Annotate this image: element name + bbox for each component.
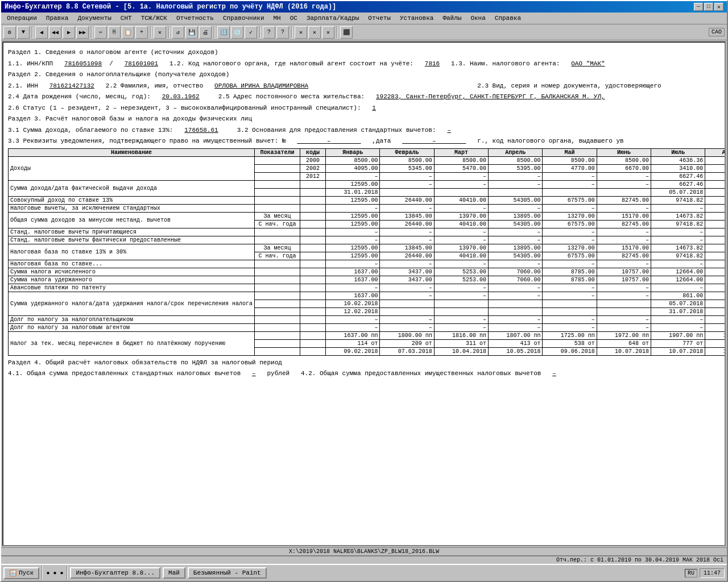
menu-spravochniki[interactable]: Справочники bbox=[220, 14, 268, 23]
section2-title: Раздел 2. Сведения о налогоплательщике (… bbox=[8, 70, 720, 80]
section2b-birth: 2.4 Дата рождения (число, месяц, год): 2… bbox=[8, 92, 720, 102]
toolbar-sep-4 bbox=[168, 27, 169, 38]
toolbar-btn-cut[interactable]: ✂ bbox=[94, 26, 107, 39]
app-may-button[interactable]: Май bbox=[163, 567, 185, 579]
toolbar-btn-save[interactable]: 💾 bbox=[185, 26, 198, 39]
col-name: Наименование bbox=[9, 148, 255, 156]
menu-okna[interactable]: Окна bbox=[467, 14, 489, 23]
report-period: Отч.пер.: с 01.01.2019 по 30.04.2019 МАК… bbox=[556, 557, 723, 563]
app-infobuh-label: Инфо-Бухгалтер 8.8... bbox=[76, 569, 155, 576]
col-jun: Июнь bbox=[597, 148, 651, 156]
toolbar-btn-copy[interactable]: ⎘ bbox=[108, 26, 121, 39]
toolbar-sep-6 bbox=[259, 27, 260, 38]
toolbar-btn-floppy[interactable]: 💿 bbox=[231, 26, 243, 39]
app-may-label: Май bbox=[168, 569, 180, 576]
section1-inn: 1.1. ИНН/КПП 7816051098 / 781601001 1.2.… bbox=[8, 59, 720, 69]
menu-files[interactable]: Файлы bbox=[439, 14, 465, 23]
toolbar-sep-2 bbox=[91, 27, 92, 38]
menu-pravka[interactable]: Правка bbox=[43, 14, 72, 23]
lang-indicator: RU bbox=[685, 569, 697, 577]
table-row: Налоговые вычеты, за исключением стандар… bbox=[9, 204, 726, 212]
table-row: Долг по налогу за налоговым агентом ––––… bbox=[9, 323, 726, 331]
start-label: Пуск bbox=[19, 569, 34, 576]
app-paint-label: Безымянный - Paint bbox=[193, 569, 261, 576]
filepath-bar: X:\2019\2018 NALREG\BLANKS\ZP_BLW18_2016… bbox=[1, 547, 727, 556]
cao-label: CAO bbox=[709, 28, 725, 36]
menu-otchety[interactable]: Отчеты bbox=[365, 14, 394, 23]
menu-tszhjsk[interactable]: ТСЖ/ЖСК bbox=[138, 14, 171, 23]
table-row: Авансовые платежи по патенту ––––––––– bbox=[9, 284, 726, 292]
toolbar-btn-6[interactable]: ▶▶ bbox=[76, 26, 89, 39]
table-row: Доходы 2000 8500.008500.008500.008500.00… bbox=[9, 156, 726, 164]
taskbar: 🪟 Пуск ● ● ● Инфо-Бухгалтер 8.8... Май Б… bbox=[1, 564, 727, 581]
menu-snt[interactable]: СНТ bbox=[117, 14, 135, 23]
section1-title: Раздел 1. Сведения о налоговом агенте (и… bbox=[8, 48, 720, 57]
section4-title: Раздел 4. Общий расчёт налоговых обязате… bbox=[8, 358, 720, 368]
col-mar: Март bbox=[434, 148, 488, 156]
toolbar-btn-3[interactable]: ◀ bbox=[35, 26, 48, 39]
table-row: Сумма налога удержанного 1637.003437.005… bbox=[9, 276, 726, 284]
minimize-button[interactable]: ─ bbox=[694, 3, 703, 11]
taskbar-right: RU 11:47 bbox=[685, 568, 725, 578]
taskbar-sep-1 bbox=[42, 566, 43, 580]
toolbar-btn-q2[interactable]: ? bbox=[276, 26, 289, 39]
toolbar-btn-q1[interactable]: ? bbox=[263, 26, 275, 39]
toolbar-btn-4[interactable]: ◀◀ bbox=[49, 26, 61, 39]
taskbar-sep-2 bbox=[67, 566, 68, 580]
col-jan: Январь bbox=[326, 148, 380, 156]
table-row: Станд. налоговые вычеты причитающиеся ––… bbox=[9, 228, 726, 236]
toolbar-btn-green[interactable]: ✓ bbox=[245, 26, 257, 39]
table-row: Налог за тек. месяц перечислен в бюджет … bbox=[9, 331, 726, 339]
close-button[interactable]: ✕ bbox=[714, 3, 723, 11]
toolbar-sep-3 bbox=[150, 27, 151, 38]
toolbar-sep-7 bbox=[291, 27, 292, 38]
window-title: Инфо-Бухгалтер 8.8 Сетевой - [5. 1а. Нал… bbox=[5, 3, 336, 11]
toolbar-btn-2[interactable]: ▼ bbox=[17, 26, 30, 39]
toolbar-btn-add[interactable]: + bbox=[135, 26, 148, 39]
table-row: Совокупный доход по ставке 13% 12595.002… bbox=[9, 196, 726, 204]
menu-zp-kadry[interactable]: Зарплата/Кадры bbox=[303, 14, 362, 23]
toolbar-btn-end[interactable]: ⬛ bbox=[340, 26, 353, 39]
tray-icons: ● ● ● bbox=[45, 570, 64, 576]
toolbar-btn-paste[interactable]: 📋 bbox=[122, 26, 134, 39]
menu-os[interactable]: ОС bbox=[287, 14, 301, 23]
toolbar-btn-x2[interactable]: ✕ bbox=[308, 26, 321, 39]
section2b-status: 2.6 Статус (1 – резидент, 2 – нерезидент… bbox=[8, 103, 720, 113]
col-aug: Август bbox=[705, 148, 726, 156]
toolbar-btn-x3[interactable]: ✕ bbox=[322, 26, 334, 39]
section3-title: Раздел 3. Расчёт налоговой базы и налога… bbox=[8, 114, 720, 124]
title-buttons: ─ □ ✕ bbox=[694, 3, 723, 11]
toolbar-btn-refresh[interactable]: ↺ bbox=[172, 26, 184, 39]
menu-mn[interactable]: МН bbox=[270, 14, 284, 23]
toolbar-btn-calc[interactable]: 🔢 bbox=[217, 26, 230, 39]
toolbar-btn-x1[interactable]: ✕ bbox=[295, 26, 307, 39]
toolbar-btn-5[interactable]: ▶ bbox=[63, 26, 75, 39]
app-infobuh-button[interactable]: Инфо-Бухгалтер 8.8... bbox=[70, 567, 160, 579]
table-row: Налоговая база по ставке... ––––––––– bbox=[9, 260, 726, 268]
toolbar-btn-1[interactable]: ⚙ bbox=[3, 26, 16, 39]
maximize-button[interactable]: □ bbox=[704, 3, 713, 11]
menu-help[interactable]: Справка bbox=[491, 14, 524, 23]
filepath-text: X:\2019\2018 NALREG\BLANKS\ZP_BLW18_2016… bbox=[289, 548, 439, 555]
start-button[interactable]: 🪟 Пуск bbox=[3, 567, 39, 579]
col-pokazateli: Показатели bbox=[255, 148, 300, 156]
menu-otchetnost[interactable]: Отчетность bbox=[173, 14, 217, 23]
table-row: Налоговая база по ставке 13% и 30% За ме… bbox=[9, 244, 726, 252]
toolbar: ⚙ ▼ ◀ ◀◀ ▶ ▶▶ ✂ ⎘ 📋 + ✕ ↺ 💾 🖨 🔢 💿 ✓ ? ? … bbox=[1, 24, 727, 40]
menu-documents[interactable]: Документы bbox=[74, 14, 114, 23]
table-row: Долг по налогу за налогоплательщиком –––… bbox=[9, 315, 726, 323]
toolbar-sep-1 bbox=[32, 27, 33, 38]
menu-operations[interactable]: Операции bbox=[3, 14, 40, 23]
col-feb: Февраль bbox=[380, 148, 434, 156]
menu-ustanovka[interactable]: Установка bbox=[396, 14, 437, 23]
toolbar-btn-print[interactable]: 🖨 bbox=[199, 26, 212, 39]
section3-notif: 3.3 Реквизиты уведомления, подтверждающе… bbox=[8, 136, 720, 146]
table-row: Станд. налоговые вычеты фактически предо… bbox=[9, 236, 726, 244]
start-icon: 🪟 bbox=[9, 569, 17, 577]
ndfl-table: Наименование Показатели коды Январь Февр… bbox=[8, 148, 726, 356]
toolbar-btn-del[interactable]: ✕ bbox=[154, 26, 166, 39]
app-paint-button[interactable]: Безымянный - Paint bbox=[188, 567, 267, 579]
table-row: Сумма удержанного налога/дата удержания … bbox=[9, 292, 726, 300]
toolbar-sep-8 bbox=[337, 27, 338, 38]
table-row: Общая сумма доходов за минусом нестанд. … bbox=[9, 212, 726, 220]
